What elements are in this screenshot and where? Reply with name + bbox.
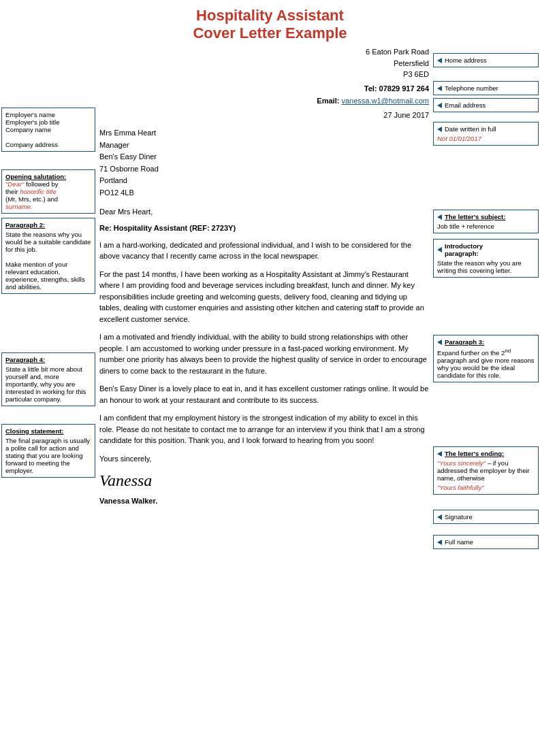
right-ann-date: Date written in full Not 01/01/2017 (433, 122, 539, 146)
para1-text: I am a hard-working, dedicated and profe… (99, 241, 411, 261)
fullname-ann-label: Full name (445, 538, 473, 546)
para2-block: For the past 14 months, I have been work… (99, 269, 429, 325)
subject-title-row: The letter's subject: (437, 213, 535, 220)
address-line2: Petersfield (99, 58, 429, 69)
intro-title-row: Introductoryparagraph: (437, 242, 535, 257)
salutation-line3: (Mr, Mrs, etc.) and (5, 195, 91, 203)
salutation-line: Dear Mrs Heart, (99, 206, 429, 218)
intro-ann-title: Introductoryparagraph: (445, 242, 483, 257)
employer-line4: 71 Osborne Road (99, 163, 429, 176)
letter-content: 6 Eaton Park Road Petersfield P3 6ED Tel… (95, 46, 433, 507)
para4-line1: State a little bit more about yourself a… (5, 365, 91, 403)
dear-italic: "Dear" (5, 180, 24, 188)
para2-ann-box: Paragraph 2: State the reasons why you w… (1, 218, 95, 294)
para3-block: I am a motivated and friendly individual… (99, 331, 429, 376)
surname-italic: surname. (5, 203, 33, 210)
para4-ann-box: Paragraph 4: State a little bit more abo… (1, 352, 95, 406)
fullname-block: Vanessa Walker. (99, 495, 429, 507)
telephone-label: Telephone number (445, 84, 498, 92)
address-line1: 6 Eaton Park Road (99, 46, 429, 58)
para2-title: Paragraph 2: (5, 221, 91, 229)
left-ann-employer: Employer's name Employer's job title Com… (1, 108, 95, 152)
right-ann-signature: Signature (433, 510, 539, 524)
arrow-left-subject (437, 214, 442, 220)
left-ann-closing: Closing statement: The final paragraph i… (1, 424, 95, 478)
email-box: Email address (433, 98, 539, 112)
salutation-line1: "Dear" followed by (5, 180, 91, 188)
para2-line2: Make mention of your relevant education,… (5, 261, 91, 291)
subject-ann-label: The letter's subject: (445, 213, 505, 220)
salutation-text: Dear Mrs Heart, (99, 208, 153, 216)
arrow-left-ending (437, 451, 442, 457)
date-box: Date written in full Not 01/01/2017 (433, 122, 539, 146)
main-layout: Employer's name Employer's job title Com… (0, 46, 540, 550)
ending-ann-label: The letter's ending: (445, 450, 504, 457)
company-address-label: Company address (5, 141, 91, 148)
closing-title: Closing statement: (5, 427, 91, 435)
subject-note: Job title + reference (437, 223, 535, 230)
right-ann-intro: Introductoryparagraph: State the reason … (433, 239, 539, 278)
subject-box: The letter's subject: Job title + refere… (433, 210, 539, 233)
employer-block: Mrs Emma Heart Manager Ben's Easy Diner … (99, 127, 429, 199)
fullname-box: Full name (433, 535, 539, 549)
tel-text: Tel: 07829 917 264 (364, 84, 429, 93)
subject-line: Re: Hospitality Assistant (REF: 2723Y) (99, 223, 429, 234)
telephone-box: Telephone number (433, 81, 539, 95)
spacer-r3 (433, 385, 539, 446)
salutation-line4: surname. (5, 203, 91, 210)
intro-box: Introductoryparagraph: State the reason … (433, 239, 539, 278)
date-ann-label: Date written in full (445, 125, 496, 133)
left-ann-salutation: Opening salutation: "Dear" followed by t… (1, 169, 95, 214)
email-ann-label: Email address (445, 101, 486, 109)
para4-text: Ben's Easy Diner is a lovely place to ea… (99, 384, 428, 404)
ending-note1: "Yours sincerely" – if you addressed the… (437, 459, 535, 482)
para3-box: Paragraph 3: Expand further on the 2nd p… (433, 335, 539, 382)
right-ann-address: Home address (433, 53, 539, 67)
ending-box: The letter's ending: "Yours sincerely" –… (433, 446, 539, 495)
email-value[interactable]: vanessa.w1@hotmail.com (341, 97, 429, 105)
employer-job-label: Employer's job title (5, 118, 91, 126)
date-note: Not 01/01/2017 (437, 135, 535, 142)
closing-line: Yours sincerely, (99, 453, 429, 465)
para1-block: I am a hard-working, dedicated and profe… (99, 240, 429, 262)
employer-line1: Mrs Emma Heart (99, 127, 429, 139)
spacer1 (1, 156, 95, 169)
employer-line6: PO12 4LB (99, 187, 429, 199)
intro-note: State the reason why you are writing thi… (437, 259, 535, 274)
para3-text: I am a motivated and friendly individual… (99, 333, 427, 375)
spacer2 (1, 298, 95, 352)
employer-line5: Portland (99, 175, 429, 187)
para3-note: Expand further on the 2nd paragraph and … (437, 348, 535, 379)
arrow-left-date (437, 127, 442, 132)
para2-line1: State the reasons why you would be a sui… (5, 231, 91, 253)
home-address-box: Home address (433, 53, 539, 67)
email-line: Email: vanessa.w1@hotmail.com (99, 95, 429, 107)
date-title-row: Date written in full (437, 125, 535, 133)
signature-text: Vanessa (99, 472, 152, 489)
signature-ann-label: Signature (445, 513, 473, 521)
company-name-label: Company name (5, 126, 91, 133)
arrow-left-signature (437, 514, 442, 520)
left-annotations: Employer's name Employer's job title Com… (1, 46, 95, 482)
arrow-left-address (437, 58, 442, 63)
right-ann-tel: Telephone number (433, 81, 539, 95)
left-ann-para2: Paragraph 2: State the reasons why you w… (1, 218, 95, 294)
spacer-r1 (433, 148, 539, 210)
employer-ann-box: Employer's name Employer's job title Com… (1, 108, 95, 152)
spacer3 (1, 410, 95, 424)
address-block: 6 Eaton Park Road Petersfield P3 6ED (99, 46, 429, 80)
right-ann-ending: The letter's ending: "Yours sincerely" –… (433, 446, 539, 495)
email-label: Email: (317, 97, 339, 105)
para4-block: Ben's Easy Diner is a lovely place to ea… (99, 383, 429, 406)
fullname-text: Vanessa Walker. (99, 497, 157, 505)
ending-title-row: The letter's ending: (437, 450, 535, 457)
arrow-left-email (437, 103, 442, 108)
para4-title: Paragraph 4: (5, 356, 91, 363)
page: Hospitality Assistant Cover Letter Examp… (0, 0, 540, 756)
title-line1: Hospitality Assistant (0, 7, 540, 24)
right-ann-email: Email address (433, 98, 539, 112)
title-line2: Cover Letter Example (0, 24, 540, 42)
signature-box: Signature (433, 510, 539, 524)
closing-line1: The final paragraph is usually a polite … (5, 437, 91, 474)
salutation-ann-box: Opening salutation: "Dear" followed by t… (1, 169, 95, 214)
